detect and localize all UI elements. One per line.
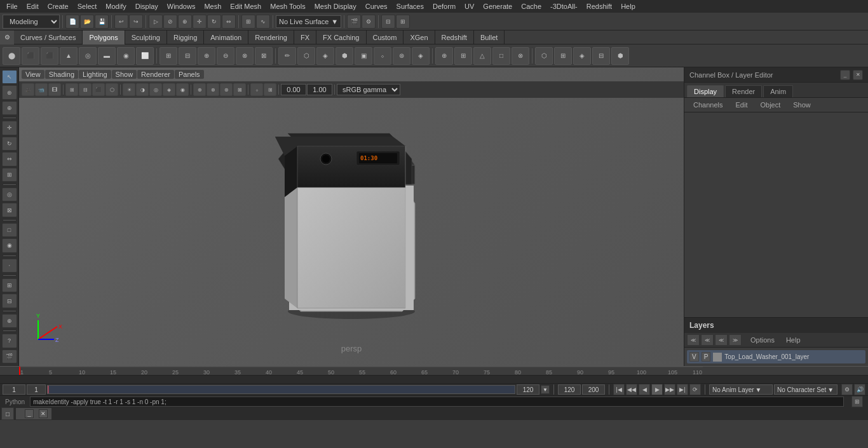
menu-deform[interactable]: Deform xyxy=(429,1,459,11)
menu-cache[interactable]: Cache xyxy=(517,1,545,11)
pb-prefs-button[interactable]: ⚙ xyxy=(841,384,853,395)
shelf-cone-icon[interactable]: ▲ xyxy=(60,47,78,65)
viewport-view-menu-shading[interactable]: Shading xyxy=(45,70,78,79)
tab-animation[interactable]: Animation xyxy=(204,31,248,44)
layer-visibility-button[interactable]: V xyxy=(689,352,699,362)
vt-xray3-button[interactable]: ⊠ xyxy=(233,83,246,96)
vt-dof-button[interactable]: ◉ xyxy=(176,83,189,96)
paint-select-button[interactable]: ⊕ xyxy=(2,101,17,115)
vt-cam3-button[interactable]: 🎞 xyxy=(48,83,61,96)
tab-bullet[interactable]: Bullet xyxy=(474,31,505,44)
help-button[interactable]: ? xyxy=(2,334,17,348)
layers-options-label[interactable]: Options xyxy=(745,335,780,345)
shelf-plane-icon[interactable]: ▬ xyxy=(98,47,116,65)
tab-curves-surfaces[interactable]: Curves / Surfaces xyxy=(14,31,83,44)
attr-button[interactable]: ⊕ xyxy=(2,314,17,328)
tab-polygons[interactable]: Polygons xyxy=(83,31,125,44)
vt-texture-button[interactable]: ⬡ xyxy=(105,83,118,96)
tab-rendering[interactable]: Rendering xyxy=(248,31,294,44)
shelf-bevel-icon[interactable]: ◈ xyxy=(316,47,334,65)
menu-surfaces[interactable]: Surfaces xyxy=(393,1,428,11)
paint-tool-button[interactable]: ⊕ xyxy=(178,15,192,29)
menu-3dtall[interactable]: -3DtoAll- xyxy=(546,1,581,11)
live-surface-dropdown[interactable]: No Live Surface ▼ xyxy=(276,15,341,28)
vt-solid-button[interactable]: ⬛ xyxy=(92,83,105,96)
shelf-bridge-icon[interactable]: ⬢ xyxy=(336,47,353,65)
menu-create[interactable]: Create xyxy=(44,1,72,11)
vt-camera-button[interactable]: 🎥 xyxy=(22,83,34,96)
current-frame-input[interactable] xyxy=(3,384,25,395)
timeline-slider[interactable] xyxy=(47,385,515,394)
shelf-extract-icon[interactable]: ⊟ xyxy=(179,47,196,65)
menu-mesh-display[interactable]: Mesh Display xyxy=(311,1,360,11)
render-settings-button[interactable]: ⚙ xyxy=(362,15,376,29)
tabs-gear-icon[interactable]: ⚙ xyxy=(0,31,14,44)
menu-file[interactable]: File xyxy=(3,1,22,11)
range-end-toggle[interactable]: ▼ xyxy=(541,385,550,394)
vt-resolution-button[interactable]: ⬦ xyxy=(250,83,263,96)
transport-play[interactable]: ▶ xyxy=(651,384,663,395)
shelf-sphere-icon[interactable]: ⬤ xyxy=(3,47,20,65)
layers-option4[interactable]: ≫ xyxy=(729,334,742,346)
grid-plus-button[interactable]: ⊞ xyxy=(2,278,17,292)
display-toggle-button[interactable]: □ xyxy=(2,223,17,237)
shelf-combine-icon[interactable]: ⊞ xyxy=(159,47,177,65)
viewport[interactable]: View Shading Lighting Show Renderer Pane… xyxy=(19,67,684,366)
menu-edit[interactable]: Edit xyxy=(23,1,43,11)
shelf-cube-icon[interactable]: ⬛ xyxy=(22,47,39,65)
script-editor-button[interactable]: ⊞ xyxy=(851,396,863,407)
menu-mesh-tools[interactable]: Mesh Tools xyxy=(266,1,309,11)
shelf-torus-icon[interactable]: ◎ xyxy=(79,47,97,65)
rotate-tool-button[interactable]: ↻ xyxy=(207,15,221,29)
vt-cam2-button[interactable]: 📹 xyxy=(35,83,48,96)
shelf-smooth-icon[interactable]: ⊕ xyxy=(435,47,453,65)
tab-sculpting[interactable]: Sculpting xyxy=(125,31,167,44)
snap-button[interactable]: ⊠ xyxy=(2,203,17,217)
tab-rigging[interactable]: Rigging xyxy=(167,31,204,44)
rotate-button[interactable]: ↻ xyxy=(2,137,17,151)
vt-coord-y-input[interactable] xyxy=(307,84,332,95)
layers-option2[interactable]: ≪ xyxy=(701,334,714,346)
timeline-ruler[interactable]: 1 5 10 15 20 25 30 35 40 45 50 55 60 xyxy=(0,366,868,375)
bottom-tab-minimize[interactable]: ✕ xyxy=(39,409,48,418)
menu-help[interactable]: Help xyxy=(617,1,639,11)
range-start-input[interactable] xyxy=(27,384,46,395)
select-mode-button[interactable]: ↖ xyxy=(2,70,17,84)
shelf-fill-icon[interactable]: ▣ xyxy=(355,47,372,65)
viewport-view-menu-view[interactable]: View xyxy=(22,70,44,79)
layers-help-label[interactable]: Help xyxy=(781,335,806,345)
shelf-disc-icon[interactable]: ◉ xyxy=(117,47,135,65)
transport-step-back[interactable]: ◀◀ xyxy=(626,384,637,395)
viewport-view-menu-show[interactable]: Show xyxy=(112,70,137,79)
rp-subtab-show[interactable]: Show xyxy=(788,100,816,110)
rp-subtab-channels[interactable]: Channels xyxy=(688,100,728,110)
anim-layer-dropdown[interactable]: No Anim Layer ▼ xyxy=(709,384,773,395)
transport-forward[interactable]: ▶▶ xyxy=(664,384,675,395)
vt-wireframe-button[interactable]: ⊟ xyxy=(79,83,92,96)
transport-jump-end[interactable]: ▶| xyxy=(677,384,688,395)
menu-generate[interactable]: Generate xyxy=(479,1,516,11)
undo-button[interactable]: ↩ xyxy=(114,15,128,29)
inner-range-end-input[interactable] xyxy=(517,384,539,395)
vt-aa-button[interactable]: ◈ xyxy=(163,83,175,96)
shelf-collapse-icon[interactable]: ◈ xyxy=(412,47,430,65)
rp-tab-anim[interactable]: Anim xyxy=(763,85,793,97)
command-line[interactable]: makeIdentity -apply true -t 1 -r 1 -s 1 … xyxy=(30,397,844,407)
transport-jump-start[interactable]: |◀ xyxy=(613,384,625,395)
workspace-button[interactable]: ⊟ xyxy=(381,15,395,29)
color-profile-dropdown[interactable]: sRGB gamma Raw xyxy=(337,84,400,95)
lasso-select-button[interactable]: ⊛ xyxy=(2,85,17,99)
snap-curve-button[interactable]: ∿ xyxy=(256,15,270,29)
shelf-offset-icon[interactable]: ⬦ xyxy=(374,47,391,65)
tab-fx-caching[interactable]: FX Caching xyxy=(316,31,366,44)
rp-close-button[interactable]: ✕ xyxy=(853,70,863,80)
menu-select[interactable]: Select xyxy=(74,1,101,11)
new-file-button[interactable]: 📄 xyxy=(65,15,79,29)
char-set-dropdown[interactable]: No Character Set ▼ xyxy=(774,384,837,395)
shelf-intersect-icon[interactable]: ⊗ xyxy=(236,47,254,65)
layer-playback-button[interactable]: P xyxy=(702,352,711,362)
redo-button[interactable]: ↪ xyxy=(129,15,143,29)
viewport-view-menu-renderer[interactable]: Renderer xyxy=(137,70,174,79)
rp-subtab-edit[interactable]: Edit xyxy=(730,100,752,110)
viewport-view-menu-lighting[interactable]: Lighting xyxy=(79,70,111,79)
